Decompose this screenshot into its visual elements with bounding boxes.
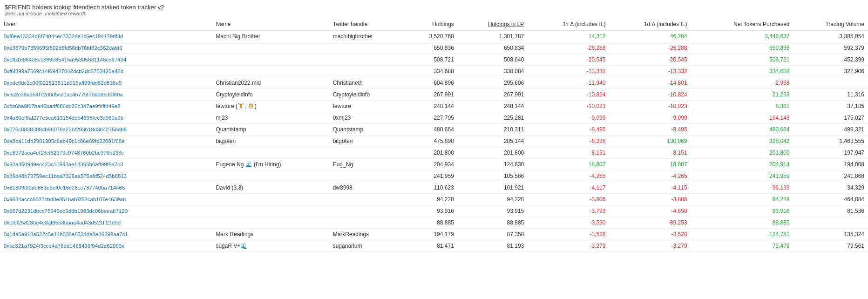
- cell-net-tokens: 3,446,637: [691, 31, 793, 42]
- col-holdings: Holdings: [406, 18, 458, 31]
- cell-user: 0xbdc0dc2c00f022513511d915aff99fdd82d818…: [0, 77, 212, 89]
- cell-user: 0x076c8838308db96078a22bf293b18d3b4275ba…: [0, 124, 212, 136]
- col-net-tokens: Net Tokens Purchased: [691, 18, 793, 31]
- cell-holdings-lp: 650,834: [458, 42, 528, 54]
- table-row: 0x86d48b79759ec11baa7326aa575afd524d5b88…: [0, 170, 868, 182]
- address-link[interactable]: 0xf0ea13334d6f74044ec7332de1c6ec194179df…: [4, 34, 123, 39]
- address-link[interactable]: 0xa8ba11db2901905c6ab49c1c86e69fd22081f6…: [4, 138, 125, 144]
- cell-holdings: 227,795: [406, 112, 458, 124]
- cell-holdings: 110,623: [406, 182, 458, 194]
- cell-delta-3h: -11,940: [528, 77, 609, 89]
- address-link[interactable]: 0xe3879b7359695f802d6fd56bb76fd82c362daf…: [4, 45, 122, 51]
- cell-net-tokens: 94,228: [691, 194, 793, 205]
- cell-delta-3h: -26,288: [528, 42, 609, 54]
- cell-holdings-lp: 105,586: [458, 170, 528, 182]
- cell-trading-volume: 464,884: [793, 194, 868, 205]
- cell-delta-1d: 130,869: [609, 136, 691, 147]
- cell-user: 0x0fcf25323be4e3af8553baaa4ad43d521ff21e…: [0, 217, 212, 229]
- cell-trading-volume: 37,185: [793, 101, 868, 112]
- cell-delta-3h: -3,806: [528, 194, 609, 205]
- address-link[interactable]: 0x92a350949ec423c10693ae13366b0aff99f6e7…: [4, 162, 123, 167]
- cell-holdings: 201,800: [406, 147, 458, 159]
- cell-name: bitgoten: [212, 136, 329, 147]
- cell-twitter: dw8998: [329, 182, 406, 194]
- col-delta-1d: 1d Δ (includes IL): [609, 18, 691, 31]
- cell-net-tokens: 93,916: [691, 205, 793, 217]
- address-link[interactable]: 0xf6f399a7569c14f69427842dcb2dd5702425a4…: [4, 68, 123, 74]
- cell-net-tokens: -164,143: [691, 112, 793, 124]
- cell-twitter: fewture: [329, 101, 406, 112]
- table-row: 0xcb6ba9f67ba46badf886dd22c347ae9fdffd49…: [0, 101, 868, 112]
- cell-delta-1d: -89,253: [609, 217, 691, 229]
- cell-name: [212, 205, 329, 217]
- cell-delta-1d: -4,265: [609, 170, 691, 182]
- cell-user: 0x3c2c38a354f72d0d5cd1ac4b77bf7b0d86d0f8…: [0, 89, 212, 101]
- address-link[interactable]: 0xbdc0dc2c00f022513511d915aff99fdd82d818…: [4, 80, 122, 86]
- cell-net-tokens: 480,664: [691, 124, 793, 136]
- cell-twitter: [329, 147, 406, 159]
- address-link[interactable]: 0x3c2c38a354f72d0d5cd1ac4b77bf7b0d86d0f8…: [4, 92, 123, 97]
- address-link[interactable]: 0x86d48b79759ec11baa7326aa575afd524d5b88…: [4, 173, 127, 179]
- address-link[interactable]: 0xefb1886408c1889e85416a95305831146ce674…: [4, 57, 126, 62]
- cell-net-tokens: 650,836: [691, 42, 793, 54]
- cell-delta-1d: -3,806: [609, 194, 691, 205]
- cell-user: 0x86d48b79759ec11baa7326aa575afd524d5b88…: [0, 170, 212, 182]
- cell-twitter: 0xmj23: [329, 112, 406, 124]
- cell-net-tokens: 88,885: [691, 217, 793, 229]
- cell-name: Cryptoyieldinfo: [212, 89, 329, 101]
- cell-delta-3h: -13,332: [528, 66, 609, 77]
- cell-trading-volume: 499,321: [793, 124, 868, 136]
- page-header: $FRIEND holders lookup friendtech staked…: [0, 0, 868, 18]
- cell-name: [212, 170, 329, 182]
- address-link[interactable]: 0x1da5a918a522c5a14b038e6534da8e06299aa7…: [4, 231, 128, 237]
- table-row: 0x9634accb8023cbd0e851bab7f52cab107e4639…: [0, 194, 868, 205]
- holders-table: User Name Twitter handle Holdings Holdin…: [0, 18, 868, 252]
- cell-twitter: Eug_Ng: [329, 159, 406, 170]
- address-link[interactable]: 0xac321a7924f3cce4a76dd1458496f94d2d6209…: [4, 243, 125, 249]
- cell-delta-1d: -3,279: [609, 240, 691, 252]
- cell-net-tokens: 21,233: [691, 89, 793, 101]
- cell-holdings-lp: 87,350: [458, 229, 528, 240]
- cell-holdings: 650,836: [406, 42, 458, 54]
- cell-twitter: [329, 205, 406, 217]
- cell-holdings-lp: 205,144: [458, 136, 528, 147]
- cell-user: 0x567d2231dbcc75946eb5ddb1983dc06beeab71…: [0, 205, 212, 217]
- cell-twitter: machibigbrother: [329, 31, 406, 42]
- address-link[interactable]: 0x813090f2dd853e5ef0e16c28ce787740ba7144…: [4, 185, 125, 190]
- table-header: User Name Twitter handle Holdings Holdin…: [0, 18, 868, 31]
- cell-delta-1d: -20,545: [609, 54, 691, 66]
- cell-trading-volume: 135,324: [793, 229, 868, 240]
- cell-delta-1d: -10,023: [609, 101, 691, 112]
- address-link[interactable]: 0x0fcf25323be4e3af8553baaa4ad43d521ff21e…: [4, 220, 121, 225]
- cell-holdings: 3,520,768: [406, 31, 458, 42]
- cell-twitter: [329, 217, 406, 229]
- cell-trading-volume: 81,536: [793, 205, 868, 217]
- cell-delta-3h: 14,312: [528, 31, 609, 42]
- address-link[interactable]: 0x076c8838308db96078a22bf293b18d3b4275ba…: [4, 127, 127, 132]
- cell-delta-3h: -3,528: [528, 229, 609, 240]
- cell-name: [212, 147, 329, 159]
- cell-trading-volume: 1,463,555: [793, 136, 868, 147]
- cell-user: 0xefb1886408c1889e85416a95305831146ce674…: [0, 54, 212, 66]
- address-link[interactable]: 0xe8972aca4ef13cf52679c0748760b2bc976b23…: [4, 150, 124, 156]
- address-link[interactable]: 0x9634accb8023cbd0e851bab7f52cab107e4639…: [4, 197, 126, 202]
- cell-holdings-lp: 267,991: [458, 89, 528, 101]
- cell-net-tokens: 204,914: [691, 159, 793, 170]
- address-link[interactable]: 0x4a80ef8af277e5ca613154ddb4698fec3a960a…: [4, 115, 123, 121]
- cell-holdings: 241,959: [406, 170, 458, 182]
- address-link[interactable]: 0x567d2231dbcc75946eb5ddb1983dc06beeab71…: [4, 208, 128, 214]
- cell-user: 0x92a350949ec423c10693ae13366b0aff99f6e7…: [0, 159, 212, 170]
- cell-delta-3h: 18,807: [528, 159, 609, 170]
- cell-name: Machi Big Brother: [212, 31, 329, 42]
- address-link[interactable]: 0xcb6ba9f67ba46badf886dd22c347ae9fdffd49…: [4, 103, 120, 109]
- cell-holdings-lp: 124,630: [458, 159, 528, 170]
- cell-holdings: 248,144: [406, 101, 458, 112]
- cell-twitter: [329, 66, 406, 77]
- cell-holdings-lp: 225,281: [458, 112, 528, 124]
- cell-delta-3h: -3,793: [528, 205, 609, 217]
- cell-name: sugaR V+🌊: [212, 240, 329, 252]
- cell-delta-1d: -8,495: [609, 124, 691, 136]
- cell-trading-volume: 197,947: [793, 147, 868, 159]
- cell-holdings: 267,991: [406, 89, 458, 101]
- cell-holdings-lp: 81,193: [458, 240, 528, 252]
